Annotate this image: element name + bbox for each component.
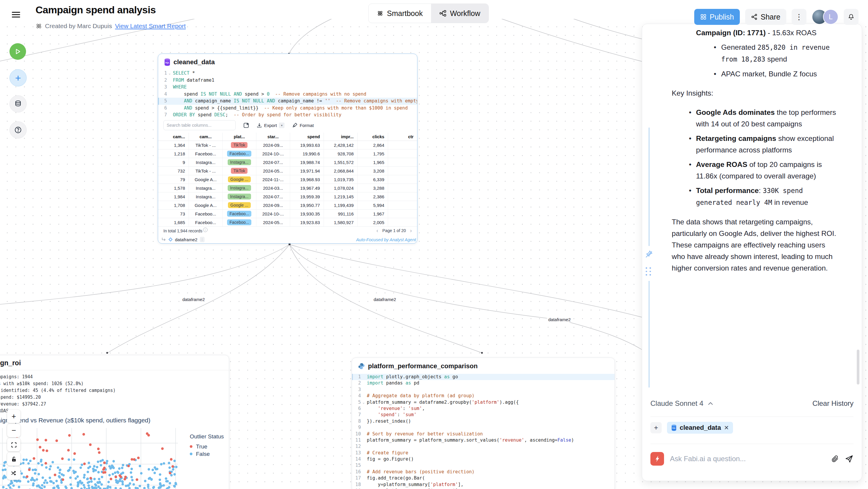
table-cell: [388, 218, 417, 227]
code-line[interactable]: 7ORDER BY spend DESC; -- Order by spend …: [158, 112, 417, 119]
avatar-letter[interactable]: L: [823, 9, 838, 25]
table-row[interactable]: 1,364TikTok - ...TikTok2024-09...19,993.…: [158, 141, 417, 150]
remove-chip-icon[interactable]: ✕: [724, 424, 729, 431]
shuffle-button[interactable]: [7, 466, 21, 480]
code-line[interactable]: 7 'spend': 'sum': [352, 412, 615, 418]
code-line[interactable]: 11platform_summary = platform_summary.so…: [352, 437, 615, 444]
table-cell: 19,971.94: [290, 166, 323, 175]
result-table[interactable]: cam...cam...plat...star...spendimpr...cl…: [158, 132, 417, 227]
table-row[interactable]: 1,984Instagra...Instagra...2024-07...19,…: [158, 192, 417, 201]
table-cell: 928,708: [323, 150, 357, 158]
table-cell: 2,068,844: [323, 166, 357, 175]
format-button[interactable]: Format: [292, 123, 314, 128]
legend-item[interactable]: True: [190, 443, 224, 450]
column-header[interactable]: plat...: [222, 132, 256, 141]
smart-report-link[interactable]: View Latest Smart Report: [115, 23, 186, 30]
code-line[interactable]: 17fig.add_trace(go.Bar(: [352, 475, 615, 481]
table-row[interactable]: 1,708Google A...Google ...2024-09...19,9…: [158, 201, 417, 210]
run-workflow-button[interactable]: [9, 43, 26, 60]
code-line[interactable]: 1⌄SELECT *: [158, 70, 417, 77]
zoom-in-button[interactable]: +: [7, 410, 21, 423]
column-header[interactable]: cam...: [158, 132, 189, 141]
code-line[interactable]: 10# Sort by revenue for better visualiza…: [352, 431, 615, 437]
legend-item[interactable]: False: [190, 450, 224, 458]
next-page-button[interactable]: ›: [410, 227, 412, 234]
send-icon[interactable]: [845, 454, 854, 463]
code-line[interactable]: 19 x=platform_summary['revenue'],: [352, 488, 615, 489]
clear-history-button[interactable]: Clear History: [812, 399, 854, 407]
expand-table-button[interactable]: [243, 123, 249, 128]
attachment-icon[interactable]: [831, 455, 839, 463]
code-line[interactable]: 3: [352, 387, 615, 393]
code-line[interactable]: 6 'revenue': 'sum',: [352, 405, 615, 412]
info-icon[interactable]: i: [203, 227, 208, 232]
code-line[interactable]: 1import plotly.graph_objects as go: [352, 374, 615, 380]
export-button[interactable]: Export ▾: [257, 123, 284, 128]
fullscreen-button[interactable]: [7, 438, 21, 451]
unpin-icon[interactable]: [645, 249, 653, 258]
code-line[interactable]: 6 AND spend > {{spend_limit}} -- Keep on…: [158, 105, 417, 112]
code-line[interactable]: 5 AND campaign_name IS NOT NULL AND camp…: [158, 98, 417, 105]
notifications-button[interactable]: [844, 9, 859, 25]
column-header[interactable]: cam...: [189, 132, 223, 141]
ask-fabi-input[interactable]: [669, 454, 826, 463]
table-cell: 2024-09...: [256, 201, 290, 210]
share-button[interactable]: Share: [745, 9, 786, 25]
context-chip[interactable]: SQL cleaned_data ✕: [667, 422, 733, 434]
divider: [650, 417, 854, 417]
node-campaign-roi[interactable]: campaign_roi Total campaigns: 1944 Campa…: [0, 355, 229, 489]
table-cell: [388, 150, 417, 158]
data-sources-button[interactable]: [9, 95, 27, 113]
publish-button[interactable]: Publish: [694, 9, 740, 25]
code-line[interactable]: 5⌄platform_summary = dataframe2.groupby(…: [352, 399, 615, 405]
code-line[interactable]: 13# Create figure: [352, 450, 615, 456]
lock-axes-button[interactable]: [7, 452, 21, 466]
node-platform-performance[interactable]: platform_performance_comparison 1import …: [352, 358, 615, 489]
add-context-button[interactable]: +: [650, 422, 662, 433]
tab-workflow[interactable]: Workflow: [431, 4, 489, 23]
zoom-out-button[interactable]: −: [7, 424, 21, 437]
column-header[interactable]: clicks: [357, 132, 388, 141]
help-button[interactable]: [9, 121, 27, 139]
model-selector[interactable]: Claude Sonnet 4: [650, 399, 713, 407]
search-input[interactable]: [163, 120, 236, 130]
code-line[interactable]: 12: [352, 444, 615, 450]
code-line[interactable]: 18 y=platform_summary['platform'],: [352, 482, 615, 488]
column-header[interactable]: impr...: [323, 132, 357, 141]
tab-smartbook[interactable]: Smartbook: [369, 4, 431, 23]
table-row[interactable]: 9Instagra...Instagra...2024-07...19,988.…: [158, 158, 417, 166]
column-header[interactable]: ctr: [388, 132, 417, 141]
table-row[interactable]: 1,685Faceboo...Faceboo...2024-05...19,92…: [158, 218, 417, 227]
code-line[interactable]: 14fig = go.Figure(): [352, 456, 615, 462]
menu-icon[interactable]: [12, 12, 20, 18]
output-name[interactable]: dataframe2: [175, 237, 197, 242]
add-cell-button[interactable]: +: [9, 69, 27, 86]
node-cleaned-data[interactable]: SQL cleaned_data 1⌄SELECT *2FROM datafra…: [158, 54, 417, 244]
table-cell: 2024-11-...: [256, 175, 290, 184]
sql-editor[interactable]: 1⌄SELECT *2FROM dataframe13WHERE4 spend …: [158, 70, 417, 119]
table-row[interactable]: 73Faceboo...Faceboo...2024-10-...19,930.…: [158, 210, 417, 218]
drag-handle-icon[interactable]: [646, 267, 651, 276]
code-line[interactable]: 4 spend IS NOT NULL AND spend > 0 -- Rem…: [158, 91, 417, 98]
table-row[interactable]: 1,218Faceboo...Faceboo...2024-10-...19,9…: [158, 150, 417, 158]
table-row[interactable]: 732TikTok - ...TikTok2024-05...19,971.94…: [158, 166, 417, 175]
scrollbar-thumb[interactable]: [857, 349, 860, 385]
table-row[interactable]: 79Google A...Google ...2024-11-...19,968…: [158, 175, 417, 184]
code-line[interactable]: 15: [352, 462, 615, 468]
code-line[interactable]: 4# Aggregate data by platform (ad group): [352, 393, 615, 399]
code-line[interactable]: 2FROM dataframe1: [158, 77, 417, 84]
export-options-chevron[interactable]: ▾: [279, 123, 284, 128]
code-line[interactable]: 16# Add revenue bars (positive direction…: [352, 469, 615, 475]
prev-page-button[interactable]: ‹: [377, 227, 378, 234]
code-line[interactable]: 8}).reset_index(): [352, 418, 615, 425]
table-row[interactable]: 1,578Instagra...Instagra...2024-03...19,…: [158, 184, 417, 192]
column-header[interactable]: spend: [290, 132, 323, 141]
table-cell: 1,218: [158, 150, 189, 158]
drag-handle-icon[interactable]: ⋮: [200, 237, 205, 242]
more-menu-button[interactable]: ⋮: [792, 9, 806, 25]
code-line[interactable]: 3WHERE: [158, 84, 417, 91]
column-header[interactable]: star...: [256, 132, 290, 141]
code-line[interactable]: 2import pandas as pd: [352, 380, 615, 386]
python-editor[interactable]: 1import plotly.graph_objects as go2impor…: [352, 374, 615, 489]
code-line[interactable]: 9: [352, 425, 615, 431]
